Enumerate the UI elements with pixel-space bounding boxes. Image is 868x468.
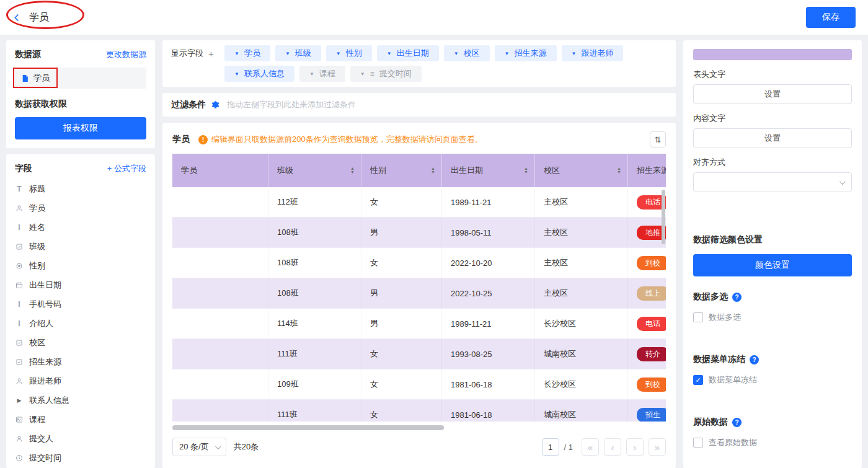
field-item-姓名[interactable]: I姓名 [15,218,146,237]
change-datasource-link[interactable]: 更改数据源 [106,49,146,60]
vertical-scrollbar[interactable] [662,190,665,244]
next-page-button[interactable]: › [626,438,644,456]
document-icon [21,74,29,82]
chip-label: 性别 [346,48,362,59]
back-button[interactable] [12,13,22,22]
expand-arrow-icon: ▶ [17,397,22,404]
filter-placeholder: 拖动左侧字段到此处来添加过滤条件 [227,99,356,110]
add-display-field-button[interactable]: + [208,48,214,59]
current-page-input[interactable]: 1 [542,438,559,456]
field-item-提交人[interactable]: 提交人 [15,429,146,448]
display-field-chip-性别[interactable]: ▼性别 [326,45,372,61]
table-cell: 男 [361,309,442,338]
chevron-down-icon [839,179,846,185]
checkbox-field-icon [16,358,23,366]
table-cell: 主校区 [535,187,628,217]
checkbox-icon [693,375,703,385]
field-item-校区[interactable]: 校区 [15,333,146,352]
person-icon [16,377,23,385]
column-header-label: 学员 [181,165,197,176]
multi-select-checkbox-label: 数据多选 [709,312,741,323]
sort-arrows-icon[interactable]: ▲▼ [431,167,435,174]
chip-label: 跟进老师 [581,48,613,59]
help-icon[interactable]: ? [750,355,759,364]
column-header-性别[interactable]: 性别▲▼ [361,154,442,187]
field-item-手机号码[interactable]: I手机号码 [15,294,146,314]
add-formula-field-link[interactable]: + 公式字段 [107,163,146,174]
display-field-chip-跟进老师[interactable]: ▼跟进老师 [562,45,624,61]
align-select[interactable] [693,172,852,192]
prev-page-button[interactable]: ‹ [604,438,621,456]
filter-settings-gear-icon[interactable] [211,100,219,109]
field-item-跟进老师[interactable]: 跟进老师 [15,371,146,391]
multi-select-title: 数据多选 [693,291,728,302]
field-item-介绍人[interactable]: I介绍人 [15,314,146,333]
chevron-down-icon: ▼ [285,51,290,56]
person-icon [16,205,23,212]
column-header-招生来源[interactable]: 招生来源 [628,154,666,187]
last-page-button[interactable]: » [649,438,666,456]
field-item-学员[interactable]: 学员 [15,198,146,218]
multi-select-checkbox[interactable]: 数据多选 [693,312,852,323]
content-text-label: 内容文字 [693,113,852,124]
help-icon[interactable]: ? [732,418,742,427]
column-header-label: 招生来源 [637,165,666,176]
field-item-标题[interactable]: T标题 [15,179,146,198]
display-field-chip-校区[interactable]: ▼校区 [444,45,490,61]
content-text-settings-button[interactable]: 设置 [693,128,852,148]
filter-dropzone[interactable]: 过滤条件 拖动左侧字段到此处来添加过滤条件 [162,93,676,117]
display-field-chip-学员[interactable]: ▼学员 [224,45,270,61]
display-field-chip-联系人信息[interactable]: ▼联系人信息 [224,66,294,82]
report-permission-button[interactable]: 报表权限 [15,117,146,139]
color-settings-button[interactable]: 颜色设置 [693,254,852,276]
table-cell: 2022-10-20 [442,248,535,278]
checkbox-icon [693,438,703,448]
datasource-item-student[interactable]: 学员 [15,68,146,89]
field-item-性别[interactable]: 性别 [15,256,146,275]
field-item-联系人信息[interactable]: ▶联系人信息 [15,391,146,410]
help-icon[interactable]: ? [732,293,742,302]
first-page-button[interactable]: « [582,438,599,456]
field-item-label: 学员 [29,203,45,214]
header-text-settings-button[interactable]: 设置 [693,84,852,104]
column-header-出生日期[interactable]: 出生日期▲▼ [442,154,535,187]
left-sidebar: 数据源 更改数据源 学员 数据获取权限 报表权限 字段 + 公式字段 T标题学员… [6,40,155,468]
text-icon: I [18,300,20,309]
save-button[interactable]: 保存 [806,7,856,28]
field-item-课程[interactable]: 课程 [15,410,146,429]
field-item-提交时间[interactable]: 提交时间 [15,448,146,467]
column-header-校区[interactable]: 校区▲▼ [535,154,628,187]
display-field-chip-提交时间[interactable]: ▼≡提交时间 [350,66,422,82]
field-item-班级[interactable]: 班级 [15,237,146,256]
display-field-chip-课程[interactable]: ▼课程 [299,66,345,82]
display-field-chip-出生日期[interactable]: ▼出生日期 [377,45,439,61]
sort-arrows-icon[interactable]: ▲▼ [617,167,621,174]
field-item-label: 跟进老师 [29,376,61,387]
sort-arrows-icon[interactable]: ▲▼ [524,167,528,174]
table-row: 108班男1998-05-11主校区地推 [172,218,666,248]
table-row: 111班女1981-06-18城南校区招生 [172,400,666,422]
text-icon: I [18,223,20,232]
display-field-chip-班级[interactable]: ▼班级 [275,45,321,61]
table-cell: 主校区 [535,248,628,278]
column-header-学员[interactable]: 学员 [172,154,268,187]
table-cell: 111班 [268,339,361,369]
table-sort-button[interactable]: ⇅ [650,131,666,148]
table-row: 108班男2022-10-25主校区线上 [172,278,666,309]
display-field-chip-招生来源[interactable]: ▼招生来源 [495,45,557,61]
menu-freeze-checkbox[interactable]: 数据菜单冻结 [693,374,852,386]
table-cell: 主校区 [535,278,628,308]
table-cell [172,248,268,278]
page-size-select[interactable]: 20 条/页 [172,438,226,456]
horizontal-scrollbar[interactable] [172,425,444,430]
editor-main: 显示字段 + ▼学员▼班级▼性别▼出生日期▼校区▼招生来源▼跟进老师▼联系人信息… [162,40,676,468]
sort-arrows-icon[interactable]: ▲▼ [350,167,355,174]
field-item-招生来源[interactable]: 招生来源 [15,352,146,371]
chip-label: 招生来源 [515,48,547,59]
header-color-swatch[interactable] [693,49,852,60]
column-header-班级[interactable]: 班级▲▼ [268,154,361,187]
calendar-icon [16,281,23,289]
raw-data-checkbox[interactable]: 查看原始数据 [693,437,852,448]
data-preview-panel: 学员 ! 编辑界面只取数据源前200条作为查询数据预览，完整数据请访问页面查看。… [162,123,676,468]
field-item-出生日期[interactable]: 出生日期 [15,275,146,294]
